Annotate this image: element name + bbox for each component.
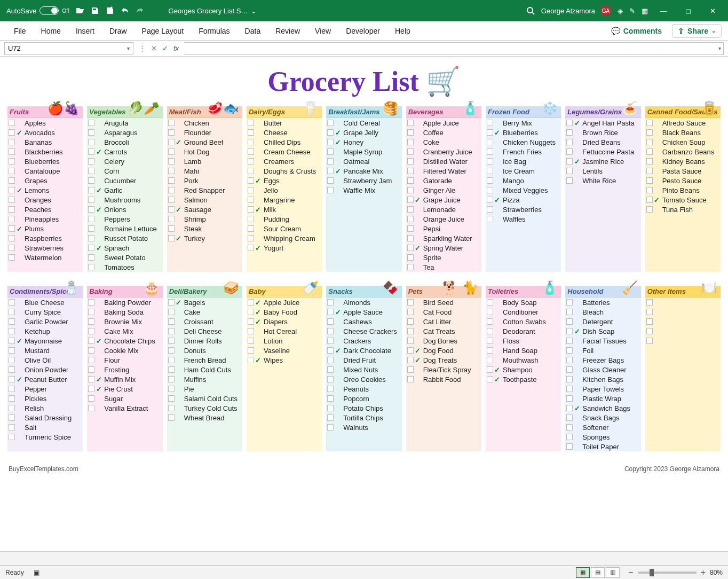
- tab-file[interactable]: File: [6, 21, 34, 40]
- checkbox[interactable]: [88, 120, 94, 126]
- checkbox[interactable]: [9, 434, 15, 440]
- checkbox[interactable]: [88, 309, 94, 315]
- checkbox[interactable]: [327, 299, 334, 306]
- checkbox[interactable]: [248, 357, 254, 363]
- checkbox[interactable]: [646, 197, 653, 203]
- checkbox[interactable]: [327, 395, 334, 402]
- checkbox[interactable]: [407, 225, 414, 232]
- toggle-off-icon[interactable]: [39, 6, 59, 15]
- checkbox[interactable]: [248, 197, 254, 203]
- checkbox[interactable]: [646, 206, 653, 213]
- checkbox[interactable]: [9, 235, 15, 241]
- save-as-icon[interactable]: [102, 0, 117, 21]
- checkbox[interactable]: [88, 235, 94, 241]
- checkbox[interactable]: [327, 328, 334, 334]
- checkbox[interactable]: [487, 129, 493, 136]
- checkbox[interactable]: [248, 148, 254, 155]
- checkbox[interactable]: [566, 318, 573, 325]
- checkbox[interactable]: [327, 139, 334, 145]
- checkbox[interactable]: [88, 216, 94, 222]
- checkbox[interactable]: [88, 405, 94, 411]
- checkbox[interactable]: [566, 376, 573, 382]
- checkbox[interactable]: [646, 187, 653, 193]
- checkbox[interactable]: [88, 139, 94, 145]
- checkbox[interactable]: [168, 347, 175, 354]
- checkbox[interactable]: [327, 168, 334, 174]
- checkbox[interactable]: [9, 347, 15, 354]
- checkbox[interactable]: [566, 347, 573, 354]
- app-icon[interactable]: ▦: [638, 0, 651, 21]
- checkbox[interactable]: [487, 206, 493, 213]
- checkbox[interactable]: [407, 158, 414, 165]
- checkbox[interactable]: [327, 405, 334, 411]
- checkbox[interactable]: [407, 264, 414, 270]
- checkbox[interactable]: [646, 299, 653, 306]
- checkbox[interactable]: [9, 158, 15, 165]
- checkbox[interactable]: [88, 177, 94, 184]
- close-button[interactable]: ✕: [700, 0, 725, 21]
- checkbox[interactable]: [88, 206, 94, 213]
- checkbox[interactable]: [9, 254, 15, 261]
- checkbox[interactable]: [248, 318, 254, 325]
- checkbox[interactable]: [168, 216, 175, 222]
- checkbox[interactable]: [566, 366, 573, 373]
- checkbox[interactable]: [487, 168, 493, 174]
- tab-home[interactable]: Home: [34, 21, 68, 40]
- checkbox[interactable]: [487, 347, 493, 354]
- checkbox[interactable]: [566, 414, 573, 421]
- checkbox[interactable]: [566, 386, 573, 392]
- checkbox[interactable]: [9, 168, 15, 174]
- checkbox[interactable]: [566, 443, 573, 450]
- checkbox[interactable]: [168, 129, 175, 136]
- checkbox[interactable]: [407, 187, 414, 193]
- checkbox[interactable]: [646, 139, 653, 145]
- checkbox[interactable]: [407, 235, 414, 241]
- checkbox[interactable]: [9, 216, 15, 222]
- checkbox[interactable]: [168, 318, 175, 325]
- checkbox[interactable]: [168, 328, 175, 334]
- checkbox[interactable]: [327, 309, 334, 315]
- checkbox[interactable]: [9, 139, 15, 145]
- checkbox[interactable]: [9, 129, 15, 136]
- checkbox[interactable]: [88, 338, 94, 344]
- checkbox[interactable]: [646, 129, 653, 136]
- checkbox[interactable]: [487, 357, 493, 363]
- checkbox[interactable]: [646, 120, 653, 126]
- checkbox[interactable]: [566, 177, 573, 184]
- tab-data[interactable]: Data: [238, 21, 268, 40]
- checkbox[interactable]: [407, 347, 414, 354]
- checkbox[interactable]: [88, 158, 94, 165]
- checkbox[interactable]: [407, 120, 414, 126]
- checkbox[interactable]: [88, 366, 94, 373]
- checkbox[interactable]: [88, 254, 94, 261]
- checkbox[interactable]: [88, 129, 94, 136]
- checkbox[interactable]: [168, 197, 175, 203]
- checkbox[interactable]: [566, 434, 573, 440]
- tab-review[interactable]: Review: [268, 21, 307, 40]
- checkbox[interactable]: [248, 328, 254, 334]
- checkbox[interactable]: [566, 328, 573, 334]
- maximize-button[interactable]: ◻: [676, 0, 700, 21]
- tab-help[interactable]: Help: [387, 21, 418, 40]
- checkbox[interactable]: [168, 168, 175, 174]
- checkbox[interactable]: [566, 120, 573, 126]
- checkbox[interactable]: [646, 328, 653, 334]
- diamond-icon[interactable]: ◈: [614, 0, 626, 21]
- checkbox[interactable]: [248, 206, 254, 213]
- tab-draw[interactable]: Draw: [102, 21, 134, 40]
- checkbox[interactable]: [407, 318, 414, 325]
- checkbox[interactable]: [327, 414, 334, 421]
- checkbox[interactable]: [248, 347, 254, 354]
- checkbox[interactable]: [327, 129, 334, 136]
- checkbox[interactable]: [248, 299, 254, 306]
- checkbox[interactable]: [168, 414, 175, 421]
- checkbox[interactable]: [487, 177, 493, 184]
- checkbox[interactable]: [9, 120, 15, 126]
- checkbox[interactable]: [407, 254, 414, 261]
- checkbox[interactable]: [407, 139, 414, 145]
- comments-button[interactable]: 💬 Comments: [605, 24, 668, 38]
- checkbox[interactable]: [248, 338, 254, 344]
- file-name[interactable]: Georges Grocery List S… ⌄: [169, 7, 257, 15]
- zoom-out-button[interactable]: −: [628, 568, 633, 577]
- checkbox[interactable]: [566, 158, 573, 165]
